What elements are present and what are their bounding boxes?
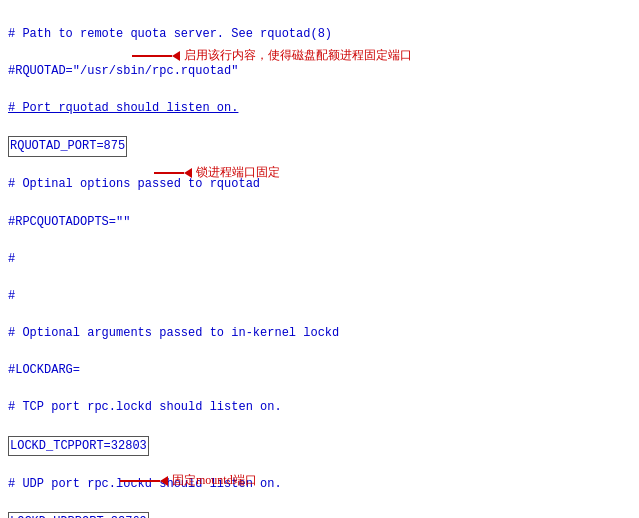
annotation-text-1: 启用该行内容，使得磁盘配额进程固定端口 [184,47,412,64]
lockd-tcp-box: LOCKD_TCPPORT=32803 [8,436,149,457]
line-10: #LOCKDARG= [8,361,631,380]
annotation-1: 启用该行内容，使得磁盘配额进程固定端口 [132,47,412,64]
arrow-head-3 [160,476,168,486]
line-6: #RPCQUOTADOPTS="" [8,213,631,232]
arrow-head-1 [172,51,180,61]
code-content: # Path to remote quota server. See rquot… [0,0,639,518]
line-2: #RQUOTAD="/usr/sbin/rpc.rquotad" [8,62,631,81]
lockd-udp-box: LOCKD_UDPPORT=32769 [8,512,149,518]
annotation-3: 固定mountd端口 [120,472,257,489]
arrow-line-1 [132,55,172,57]
line-3: # Port_rquotad_should_listen_on. [8,99,631,118]
line-13: # UDP port rpc.lockd should listen on. [8,475,631,494]
line-12: LOCKD_TCPPORT=32803 [8,436,631,457]
arrow-head-2 [184,168,192,178]
line-5: # Optinal options passed to rquotad [8,175,631,194]
line-9: # Optional arguments passed to in-kernel… [8,324,631,343]
line-1: # Path to remote quota server. See rquot… [8,25,631,44]
line-7: # [8,250,631,269]
arrow-line-3 [120,480,160,482]
annotation-2: 锁进程端口固定 [154,164,280,181]
annotation-text-3: 固定mountd端口 [172,472,257,489]
annotation-text-2: 锁进程端口固定 [196,164,280,181]
line-11: # TCP port rpc.lockd should listen on. [8,398,631,417]
rquotad-port-box: RQUOTAD_PORT=875 [8,136,127,157]
arrow-line-2 [154,172,184,174]
line-8: # [8,287,631,306]
line-14: LOCKD_UDPPORT=32769 [8,512,631,518]
line-4: RQUOTAD_PORT=875 [8,136,631,157]
